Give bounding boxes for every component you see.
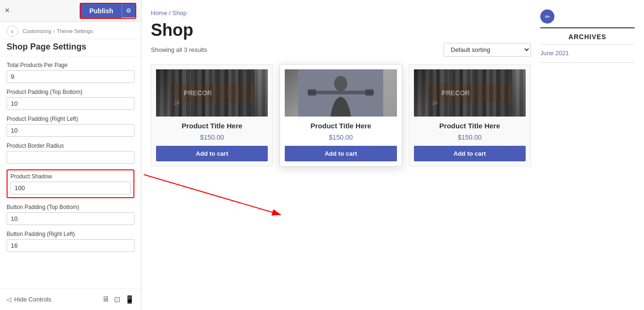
top-bar: × Publish ⚙ <box>0 0 141 22</box>
main-content: Home / Shop Shop Showing all 3 results D… <box>151 9 531 310</box>
field-product-border-radius: Product Border Radius <box>7 142 134 164</box>
svg-rect-15 <box>308 89 316 96</box>
add-to-cart-button-1[interactable]: Add to cart <box>156 146 268 161</box>
mobile-icon[interactable]: 📱 <box>125 295 134 304</box>
field-label-total-products: Total Products Per Page <box>7 62 134 68</box>
svg-rect-0 <box>170 69 255 117</box>
svg-rect-18 <box>427 69 437 117</box>
input-product-shadow[interactable] <box>10 182 131 194</box>
svg-rect-14 <box>308 91 374 94</box>
svg-point-13 <box>334 76 347 91</box>
svg-rect-3 <box>193 69 203 117</box>
close-button[interactable]: × <box>5 6 10 16</box>
results-bar: Showing all 3 results Default sorting So… <box>151 43 531 57</box>
left-panel: × Publish ⚙ ‹ Customizing › Theme Settin… <box>0 0 141 310</box>
archives-june-2021[interactable]: June 2021 <box>540 50 635 57</box>
svg-rect-21 <box>462 69 472 117</box>
field-button-padding-tb: Button Padding (Top Bottom) <box>7 204 134 225</box>
hide-controls-icon: ◁ <box>7 296 11 303</box>
product-price-2: $150.00 <box>285 134 396 141</box>
product-title-2: Product Title Here <box>285 121 396 131</box>
shop-title: Shop <box>151 20 531 40</box>
sidebar-edit-icon[interactable]: ✏ <box>540 9 554 24</box>
right-area: Home / Shop Shop Showing all 3 results D… <box>141 0 644 310</box>
product-card-1[interactable]: PRECOR 24 Product Title Here $150.00 Add… <box>151 64 273 167</box>
customizing-label: Customizing <box>23 28 51 34</box>
desktop-icon[interactable]: 🖥 <box>102 295 109 304</box>
preview-frame: Home / Shop Shop Showing all 3 results D… <box>141 0 644 310</box>
product-card-3[interactable]: PRECOR 24 Product Title Here $150.00 Add… <box>409 64 531 167</box>
field-label-button-padding-rl: Button Padding (Right Left) <box>7 231 134 237</box>
svg-rect-25 <box>427 84 512 102</box>
svg-rect-16 <box>365 89 374 96</box>
panel-footer: ◁ Hide Controls 🖥 ⊡ 📱 <box>0 288 141 310</box>
svg-rect-22 <box>474 69 484 117</box>
tablet-icon[interactable]: ⊡ <box>114 295 120 304</box>
field-label-product-padding-rl: Product Padding (Right Left) <box>7 116 134 122</box>
input-button-padding-tb[interactable] <box>7 212 134 225</box>
svg-rect-17 <box>427 69 512 117</box>
publish-area: Publish ⚙ <box>80 3 136 19</box>
product-price-3: $150.00 <box>414 134 526 141</box>
svg-rect-7 <box>240 69 250 117</box>
field-label-product-shadow: Product Shadow <box>10 173 131 180</box>
hide-controls-label: Hide Controls <box>14 296 51 303</box>
field-button-padding-rl: Button Padding (Right Left) <box>7 231 134 252</box>
svg-rect-2 <box>182 69 191 117</box>
svg-rect-1 <box>170 69 179 117</box>
back-button[interactable]: ‹ <box>7 25 18 37</box>
svg-rect-8 <box>170 84 255 102</box>
svg-text:24: 24 <box>174 101 180 106</box>
field-product-shadow: Product Shadow <box>7 169 134 198</box>
product-image-2 <box>285 69 396 117</box>
input-button-padding-rl[interactable] <box>7 239 134 252</box>
breadcrumb-separator: › <box>53 28 55 34</box>
svg-rect-5 <box>217 69 226 117</box>
add-to-cart-button-3[interactable]: Add to cart <box>414 146 526 161</box>
product-image-1: PRECOR 24 <box>156 69 268 117</box>
archives-title: ARCHIVES <box>540 28 635 44</box>
shop-sidebar: ✏ ARCHIVES June 2021 <box>540 9 635 310</box>
hide-controls[interactable]: ◁ Hide Controls <box>7 296 51 303</box>
input-product-padding-tb[interactable] <box>7 97 134 110</box>
field-product-padding-rl: Product Padding (Right Left) <box>7 116 134 137</box>
product-price-1: $150.00 <box>156 134 268 141</box>
svg-text:24: 24 <box>432 101 438 106</box>
field-product-padding-tb: Product Padding (Top Bottom) <box>7 89 134 110</box>
shop-breadcrumb: Home / Shop <box>151 9 531 17</box>
field-label-product-padding-tb: Product Padding (Top Bottom) <box>7 89 134 95</box>
products-grid: PRECOR 24 Product Title Here $150.00 Add… <box>151 64 531 167</box>
svg-rect-6 <box>229 69 238 117</box>
input-product-padding-rl[interactable] <box>7 124 134 137</box>
svg-rect-19 <box>439 69 448 117</box>
input-product-border-radius[interactable] <box>7 151 134 164</box>
field-label-product-border-radius: Product Border Radius <box>7 142 134 149</box>
archives-widget: ARCHIVES June 2021 <box>540 27 635 63</box>
panel-title: Shop Page Settings <box>0 39 141 57</box>
field-label-button-padding-tb: Button Padding (Top Bottom) <box>7 204 134 210</box>
svg-rect-4 <box>205 69 215 117</box>
theme-settings-label: Theme Settings <box>57 28 93 34</box>
publish-button[interactable]: Publish <box>81 4 122 18</box>
svg-rect-20 <box>451 69 460 117</box>
product-image-3: PRECOR 24 <box>414 69 526 117</box>
results-text: Showing all 3 results <box>151 46 207 53</box>
shop-content: Home / Shop Shop Showing all 3 results D… <box>141 0 644 310</box>
svg-text:PRECOR: PRECOR <box>441 89 470 97</box>
svg-rect-24 <box>498 69 507 117</box>
settings-gear-button[interactable]: ⚙ <box>122 4 135 17</box>
input-total-products[interactable] <box>7 70 134 83</box>
sort-select[interactable]: Default sorting Sort by popularity Sort … <box>444 43 531 57</box>
product-title-1: Product Title Here <box>156 121 268 131</box>
product-title-3: Product Title Here <box>414 121 526 131</box>
svg-text:PRECOR: PRECOR <box>184 89 212 97</box>
product-card-2[interactable]: Product Title Here $150.00 Add to cart <box>280 64 402 167</box>
device-icons: 🖥 ⊡ 📱 <box>102 295 134 304</box>
breadcrumb-area: ‹ Customizing › Theme Settings <box>0 22 141 39</box>
svg-rect-23 <box>486 69 495 117</box>
panel-scroll: Total Products Per Page Product Padding … <box>0 57 141 288</box>
field-total-products: Total Products Per Page <box>7 62 134 83</box>
add-to-cart-button-2[interactable]: Add to cart <box>285 146 396 161</box>
